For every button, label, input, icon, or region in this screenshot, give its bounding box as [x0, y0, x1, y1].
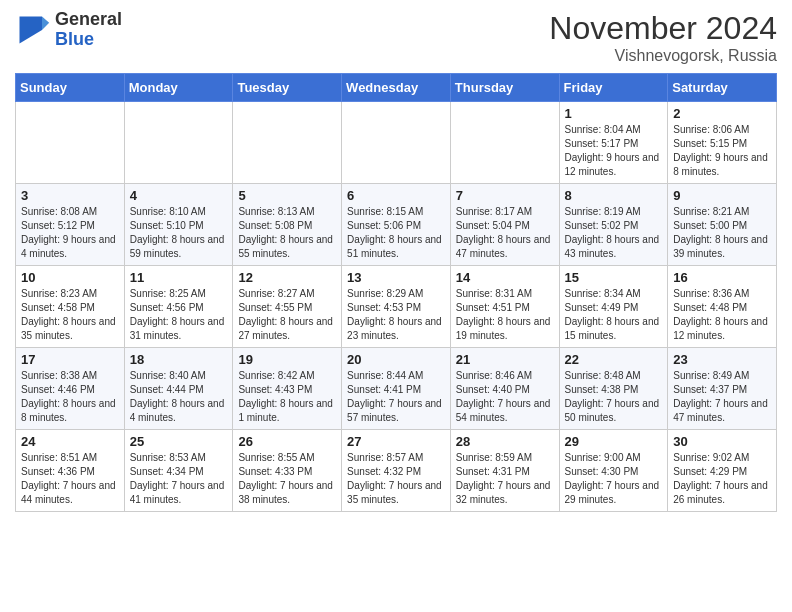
logo-blue-text: Blue [55, 30, 122, 50]
day-info: Sunrise: 8:27 AM Sunset: 4:55 PM Dayligh… [238, 287, 336, 343]
logo-text: General Blue [55, 10, 122, 50]
day-number: 1 [565, 106, 663, 121]
day-number: 16 [673, 270, 771, 285]
calendar-cell: 28Sunrise: 8:59 AM Sunset: 4:31 PM Dayli… [450, 430, 559, 512]
calendar-cell [450, 102, 559, 184]
day-info: Sunrise: 8:08 AM Sunset: 5:12 PM Dayligh… [21, 205, 119, 261]
calendar-cell [233, 102, 342, 184]
calendar-cell [342, 102, 451, 184]
day-info: Sunrise: 8:49 AM Sunset: 4:37 PM Dayligh… [673, 369, 771, 425]
calendar-week-1: 1Sunrise: 8:04 AM Sunset: 5:17 PM Daylig… [16, 102, 777, 184]
logo-general-text: General [55, 10, 122, 30]
weekday-header-sunday: Sunday [16, 74, 125, 102]
month-title: November 2024 [549, 10, 777, 47]
day-info: Sunrise: 8:40 AM Sunset: 4:44 PM Dayligh… [130, 369, 228, 425]
calendar-cell: 25Sunrise: 8:53 AM Sunset: 4:34 PM Dayli… [124, 430, 233, 512]
day-number: 5 [238, 188, 336, 203]
weekday-header-friday: Friday [559, 74, 668, 102]
calendar-cell: 2Sunrise: 8:06 AM Sunset: 5:15 PM Daylig… [668, 102, 777, 184]
day-number: 23 [673, 352, 771, 367]
day-number: 27 [347, 434, 445, 449]
weekday-row: SundayMondayTuesdayWednesdayThursdayFrid… [16, 74, 777, 102]
calendar-cell: 23Sunrise: 8:49 AM Sunset: 4:37 PM Dayli… [668, 348, 777, 430]
day-info: Sunrise: 8:13 AM Sunset: 5:08 PM Dayligh… [238, 205, 336, 261]
calendar-cell: 5Sunrise: 8:13 AM Sunset: 5:08 PM Daylig… [233, 184, 342, 266]
title-block: November 2024 Vishnevogorsk, Russia [549, 10, 777, 65]
svg-marker-1 [42, 16, 49, 30]
calendar-cell: 15Sunrise: 8:34 AM Sunset: 4:49 PM Dayli… [559, 266, 668, 348]
header: General Blue November 2024 Vishnevogorsk… [15, 10, 777, 65]
calendar-cell: 30Sunrise: 9:02 AM Sunset: 4:29 PM Dayli… [668, 430, 777, 512]
day-number: 2 [673, 106, 771, 121]
day-info: Sunrise: 8:46 AM Sunset: 4:40 PM Dayligh… [456, 369, 554, 425]
day-number: 21 [456, 352, 554, 367]
day-number: 29 [565, 434, 663, 449]
day-info: Sunrise: 8:04 AM Sunset: 5:17 PM Dayligh… [565, 123, 663, 179]
logo: General Blue [15, 10, 122, 50]
day-info: Sunrise: 9:00 AM Sunset: 4:30 PM Dayligh… [565, 451, 663, 507]
day-number: 12 [238, 270, 336, 285]
day-info: Sunrise: 8:44 AM Sunset: 4:41 PM Dayligh… [347, 369, 445, 425]
day-number: 18 [130, 352, 228, 367]
calendar-cell: 8Sunrise: 8:19 AM Sunset: 5:02 PM Daylig… [559, 184, 668, 266]
calendar-cell: 3Sunrise: 8:08 AM Sunset: 5:12 PM Daylig… [16, 184, 125, 266]
calendar-cell [16, 102, 125, 184]
day-number: 19 [238, 352, 336, 367]
day-info: Sunrise: 8:19 AM Sunset: 5:02 PM Dayligh… [565, 205, 663, 261]
day-number: 30 [673, 434, 771, 449]
day-number: 26 [238, 434, 336, 449]
calendar-table: SundayMondayTuesdayWednesdayThursdayFrid… [15, 73, 777, 512]
day-number: 7 [456, 188, 554, 203]
calendar-cell: 21Sunrise: 8:46 AM Sunset: 4:40 PM Dayli… [450, 348, 559, 430]
day-info: Sunrise: 8:34 AM Sunset: 4:49 PM Dayligh… [565, 287, 663, 343]
day-number: 22 [565, 352, 663, 367]
day-number: 28 [456, 434, 554, 449]
day-info: Sunrise: 8:51 AM Sunset: 4:36 PM Dayligh… [21, 451, 119, 507]
weekday-header-tuesday: Tuesday [233, 74, 342, 102]
calendar-week-5: 24Sunrise: 8:51 AM Sunset: 4:36 PM Dayli… [16, 430, 777, 512]
calendar-cell: 18Sunrise: 8:40 AM Sunset: 4:44 PM Dayli… [124, 348, 233, 430]
day-info: Sunrise: 8:29 AM Sunset: 4:53 PM Dayligh… [347, 287, 445, 343]
day-info: Sunrise: 8:42 AM Sunset: 4:43 PM Dayligh… [238, 369, 336, 425]
svg-marker-0 [20, 16, 43, 43]
calendar-cell: 27Sunrise: 8:57 AM Sunset: 4:32 PM Dayli… [342, 430, 451, 512]
calendar-cell: 22Sunrise: 8:48 AM Sunset: 4:38 PM Dayli… [559, 348, 668, 430]
day-number: 20 [347, 352, 445, 367]
day-number: 14 [456, 270, 554, 285]
day-info: Sunrise: 8:55 AM Sunset: 4:33 PM Dayligh… [238, 451, 336, 507]
day-number: 4 [130, 188, 228, 203]
day-number: 11 [130, 270, 228, 285]
calendar-cell: 10Sunrise: 8:23 AM Sunset: 4:58 PM Dayli… [16, 266, 125, 348]
day-number: 9 [673, 188, 771, 203]
calendar-cell: 24Sunrise: 8:51 AM Sunset: 4:36 PM Dayli… [16, 430, 125, 512]
calendar-header: SundayMondayTuesdayWednesdayThursdayFrid… [16, 74, 777, 102]
page: General Blue November 2024 Vishnevogorsk… [0, 0, 792, 527]
day-info: Sunrise: 8:25 AM Sunset: 4:56 PM Dayligh… [130, 287, 228, 343]
day-number: 10 [21, 270, 119, 285]
calendar-cell: 11Sunrise: 8:25 AM Sunset: 4:56 PM Dayli… [124, 266, 233, 348]
day-info: Sunrise: 8:57 AM Sunset: 4:32 PM Dayligh… [347, 451, 445, 507]
day-number: 8 [565, 188, 663, 203]
day-info: Sunrise: 8:59 AM Sunset: 4:31 PM Dayligh… [456, 451, 554, 507]
calendar-cell: 29Sunrise: 9:00 AM Sunset: 4:30 PM Dayli… [559, 430, 668, 512]
calendar-week-4: 17Sunrise: 8:38 AM Sunset: 4:46 PM Dayli… [16, 348, 777, 430]
calendar-cell: 26Sunrise: 8:55 AM Sunset: 4:33 PM Dayli… [233, 430, 342, 512]
weekday-header-wednesday: Wednesday [342, 74, 451, 102]
day-info: Sunrise: 8:06 AM Sunset: 5:15 PM Dayligh… [673, 123, 771, 179]
calendar-week-3: 10Sunrise: 8:23 AM Sunset: 4:58 PM Dayli… [16, 266, 777, 348]
day-info: Sunrise: 8:21 AM Sunset: 5:00 PM Dayligh… [673, 205, 771, 261]
day-info: Sunrise: 8:53 AM Sunset: 4:34 PM Dayligh… [130, 451, 228, 507]
day-info: Sunrise: 8:17 AM Sunset: 5:04 PM Dayligh… [456, 205, 554, 261]
weekday-header-monday: Monday [124, 74, 233, 102]
day-number: 3 [21, 188, 119, 203]
day-number: 25 [130, 434, 228, 449]
day-number: 15 [565, 270, 663, 285]
calendar-cell [124, 102, 233, 184]
day-info: Sunrise: 8:15 AM Sunset: 5:06 PM Dayligh… [347, 205, 445, 261]
calendar-cell: 9Sunrise: 8:21 AM Sunset: 5:00 PM Daylig… [668, 184, 777, 266]
calendar-cell: 13Sunrise: 8:29 AM Sunset: 4:53 PM Dayli… [342, 266, 451, 348]
day-info: Sunrise: 8:23 AM Sunset: 4:58 PM Dayligh… [21, 287, 119, 343]
logo-icon [15, 12, 51, 48]
day-info: Sunrise: 8:48 AM Sunset: 4:38 PM Dayligh… [565, 369, 663, 425]
calendar-cell: 17Sunrise: 8:38 AM Sunset: 4:46 PM Dayli… [16, 348, 125, 430]
